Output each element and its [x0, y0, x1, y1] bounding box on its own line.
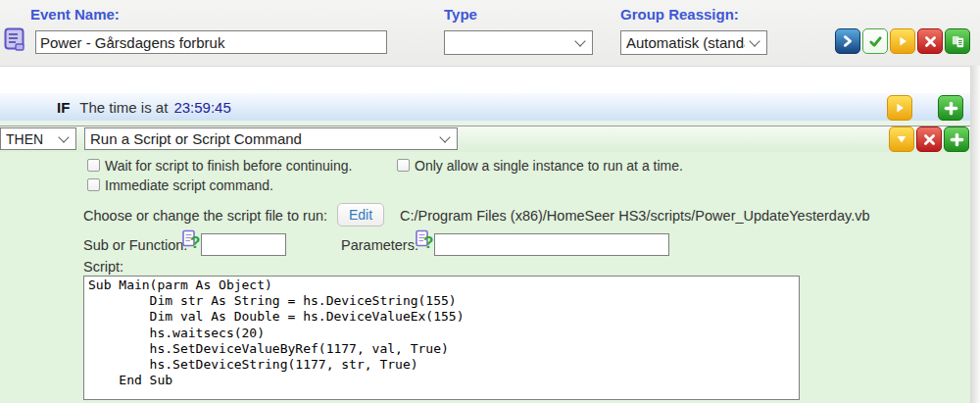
then-delete-action-button[interactable]	[916, 126, 942, 152]
sub-function-label: Sub or Function:	[83, 237, 187, 253]
script-code-textarea[interactable]: Sub Main(parm As Object) Dim str As Stri…	[83, 276, 800, 400]
if-run-button[interactable]	[887, 95, 912, 121]
if-keyword: IF	[57, 99, 70, 116]
if-condition-row: IF The time is at 23:59:45	[0, 93, 970, 121]
play-icon	[893, 101, 906, 115]
single-instance-checkbox[interactable]	[397, 159, 410, 172]
then-action-value: Run a Script or Script Command	[90, 130, 302, 147]
type-label: Type	[444, 6, 477, 23]
wait-checkbox[interactable]	[87, 159, 100, 172]
group-reassign-select[interactable]: Automatisk (standard	[620, 30, 767, 55]
event-name-label: Event Name:	[30, 6, 120, 23]
chevron-down-icon	[574, 35, 585, 46]
cross-icon	[924, 35, 937, 48]
chevron-down-icon	[749, 35, 760, 46]
check-icon	[868, 34, 883, 49]
save-ok-button[interactable]	[862, 28, 888, 54]
then-add-action-button[interactable]	[944, 126, 969, 152]
event-editor-screen: Event Name: Type Group Reassign: Automat…	[0, 0, 980, 403]
svg-text:?: ?	[190, 233, 200, 250]
play-icon	[896, 34, 909, 48]
then-type-select[interactable]: THEN	[0, 127, 76, 150]
edit-script-button[interactable]: Edit	[337, 203, 384, 227]
parameters-input[interactable]	[434, 233, 669, 256]
plus-icon	[950, 132, 964, 147]
parameters-help-icon[interactable]: ?	[416, 229, 433, 250]
sub-function-help-icon[interactable]: ?	[182, 229, 200, 250]
parameters-label: Parameters:	[341, 237, 418, 253]
event-header: Event Name: Type Group Reassign: Automat…	[0, 0, 980, 67]
run-event-button[interactable]	[890, 28, 915, 54]
then-move-down-button[interactable]	[889, 126, 914, 152]
group-reassign-value: Automatisk (standard	[626, 34, 745, 51]
copy-pages-icon	[951, 34, 965, 49]
immediate-label: Immediate script command.	[105, 177, 273, 193]
type-select[interactable]	[444, 30, 593, 55]
if-add-condition-button[interactable]	[938, 95, 963, 121]
svg-text:?: ?	[423, 233, 433, 250]
single-instance-label: Only allow a single instance to run at a…	[415, 158, 683, 174]
group-reassign-label: Group Reassign:	[620, 6, 739, 23]
chevron-right-icon	[841, 34, 855, 48]
event-name-input[interactable]	[35, 30, 387, 54]
event-script-icon	[4, 27, 26, 52]
header-action-buttons	[835, 28, 970, 54]
copy-event-button[interactable]	[945, 28, 970, 54]
script-file-label: Choose or change the script file to run:	[83, 208, 327, 224]
cross-icon	[923, 133, 936, 146]
if-condition-text: The time is at	[79, 99, 168, 116]
delete-event-button[interactable]	[917, 28, 943, 54]
if-condition-time: 23:59:45	[173, 99, 230, 116]
script-file-path: C:/Program Files (x86)/HomeSeer HS3/scri…	[400, 208, 870, 224]
triangle-down-icon	[895, 132, 908, 146]
script-label: Script:	[83, 259, 123, 275]
then-action-select[interactable]: Run a Script or Script Command	[84, 127, 458, 150]
chevron-down-icon	[439, 131, 450, 142]
sub-function-input[interactable]	[201, 233, 286, 256]
then-keyword: THEN	[6, 131, 43, 147]
run-next-button[interactable]	[835, 28, 860, 54]
plus-icon	[944, 101, 958, 116]
wait-checkbox-label: Wait for script to finish before continu…	[105, 158, 352, 174]
page-edge	[970, 66, 980, 403]
immediate-checkbox[interactable]	[87, 178, 100, 191]
chevron-down-icon	[58, 131, 69, 142]
